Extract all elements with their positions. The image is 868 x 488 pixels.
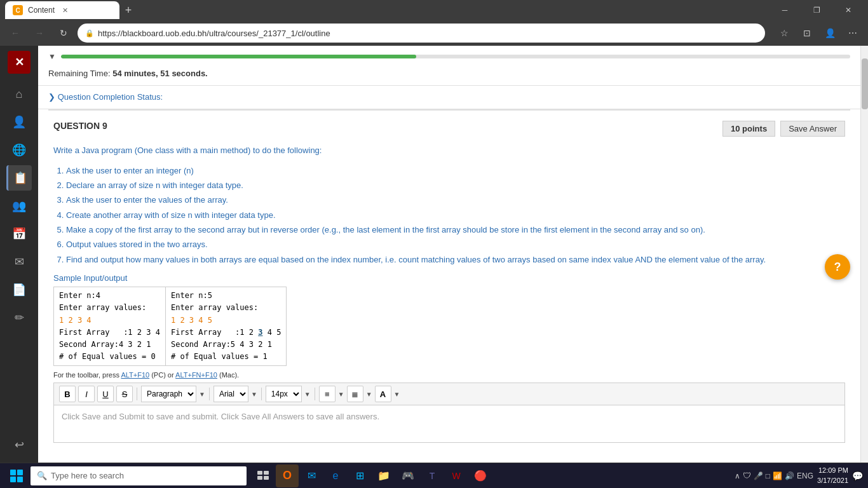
list-item: Output values stored in the two arrays. <box>66 237 845 252</box>
color-chevron-icon: ▼ <box>394 391 400 398</box>
ordered-list-button[interactable]: ≣ <box>347 386 363 402</box>
sidebar-x-icon: ✕ <box>15 55 24 69</box>
font-select[interactable]: Arial <box>214 386 248 402</box>
menu-icon[interactable]: ⋯ <box>843 23 863 43</box>
svg-rect-1 <box>264 471 269 475</box>
language-badge[interactable]: ENG <box>797 471 813 480</box>
tab-favicon: C <box>13 5 23 15</box>
toolbar-divider <box>137 388 137 400</box>
sidebar-item-home[interactable]: ⌂ <box>6 81 32 107</box>
sidebar-item-document[interactable]: 📄 <box>6 277 32 302</box>
browser-toolbar: ← → ↻ 🔒 https://blackboard.uob.edu.bh/ul… <box>0 20 868 46</box>
teams-icon[interactable]: T <box>421 464 444 487</box>
sidebar-item-profile[interactable]: 👤 <box>6 109 32 135</box>
minimize-button[interactable]: ─ <box>770 1 799 19</box>
alt-fn-f10-link[interactable]: ALT+FN+F10 <box>175 371 217 379</box>
toolbar-divider2 <box>209 388 210 400</box>
browser-tab[interactable]: C Content ✕ <box>5 1 119 19</box>
editor-toolbar: B I U S Paragraph ▼ Arial ▼ <box>53 383 845 405</box>
forward-button[interactable]: → <box>29 23 50 43</box>
taskview-button[interactable] <box>252 464 275 487</box>
sample-line: First Array :1 2 3 4 <box>59 327 160 339</box>
save-answer-button[interactable]: Save Answer <box>780 121 845 137</box>
strikethrough-button[interactable]: S <box>116 386 133 402</box>
sidebar-item-edit[interactable]: ✏ <box>6 305 32 330</box>
tray-volume-icon[interactable]: 🔊 <box>785 471 794 480</box>
tray-mic-icon[interactable]: 🎤 <box>754 471 763 480</box>
new-tab-button[interactable]: + <box>119 1 137 19</box>
close-button[interactable]: ✕ <box>834 1 863 19</box>
collection-icon[interactable]: ⊡ <box>797 23 817 43</box>
notification-icon[interactable]: 💬 <box>852 471 863 481</box>
mail-taskbar-icon[interactable]: ✉ <box>300 464 323 487</box>
list-item: Find and output how many values in both … <box>66 252 845 267</box>
store-icon[interactable]: ⊞ <box>348 464 371 487</box>
progress-fill <box>61 55 416 58</box>
calendar-icon: 📅 <box>12 227 26 241</box>
sample-line: Enter array values: <box>171 302 281 314</box>
files-icon[interactable]: 📁 <box>372 464 395 487</box>
start-button[interactable] <box>5 464 28 487</box>
tray-antivirus-icon[interactable]: 🛡 <box>743 471 751 480</box>
tab-close-button[interactable]: ✕ <box>60 5 70 15</box>
app10-icon[interactable]: 🔴 <box>469 464 492 487</box>
edge-icon[interactable]: e <box>324 464 347 487</box>
sample-line: # of Equal values = 0 <box>59 351 160 363</box>
tray-up-icon[interactable]: ∧ <box>735 471 740 480</box>
alt-f10-link[interactable]: ALT+F10 <box>121 371 149 379</box>
font-color-button[interactable]: A <box>375 386 391 402</box>
sidebar-item-calendar[interactable]: 📅 <box>6 221 32 247</box>
ul-chevron-icon: ▼ <box>338 391 344 398</box>
list-item: Ask the user to enter the values of the … <box>66 193 845 207</box>
sidebar-logo[interactable]: ✕ <box>8 51 31 74</box>
question-instruction: Write a Java program (One class with a m… <box>53 144 845 157</box>
address-bar[interactable]: 🔒 https://blackboard.uob.edu.bh/ultra/co… <box>78 24 765 43</box>
system-clock[interactable]: 12:09 PM 3/17/2021 <box>817 466 848 485</box>
office-icon[interactable]: O <box>276 464 299 487</box>
collapse-arrow-icon[interactable]: ▼ <box>48 52 56 61</box>
list-item: Create another array with of size n with… <box>66 208 845 222</box>
italic-button[interactable]: I <box>78 386 95 402</box>
url-text: https://blackboard.uob.edu.bh/ultra/cour… <box>98 29 757 38</box>
app7-icon[interactable]: 🎮 <box>397 464 419 487</box>
search-icon: 🔍 <box>37 471 47 480</box>
bold-button[interactable]: B <box>59 386 76 402</box>
tray-network-icon[interactable]: 📶 <box>773 471 782 480</box>
unordered-list-button[interactable]: ≡ <box>319 386 336 402</box>
editor-area[interactable]: Click Save and Submit to save and submit… <box>53 405 845 443</box>
sidebar-item-globe[interactable]: 🌐 <box>6 137 32 163</box>
paragraph-select[interactable]: Paragraph <box>141 386 196 402</box>
scrollbar[interactable] <box>860 46 868 463</box>
sample-line: Enter n:4 <box>59 290 160 302</box>
sample-line: Second Array:5 4 3 2 1 <box>171 339 281 351</box>
home-icon: ⌂ <box>16 88 23 101</box>
tab-title: Content <box>28 6 55 15</box>
underline-button[interactable]: U <box>97 386 114 402</box>
page-content: ▼ Remaining Time: 54 minutes, 51 seconds… <box>38 46 860 463</box>
maximize-button[interactable]: ❐ <box>802 1 831 19</box>
account-icon[interactable]: 👤 <box>820 23 840 43</box>
sidebar-item-notes[interactable]: 📋 <box>6 165 32 191</box>
timer-value: 54 minutes, 51 seconds. <box>112 69 208 78</box>
app9-icon[interactable]: W <box>445 464 468 487</box>
sample-col1-content: Enter n:4 Enter array values: 1 2 3 4 Fi… <box>59 290 160 363</box>
star-icon[interactable]: ☆ <box>774 23 794 43</box>
question-container: QUESTION 9 10 points Save Answer Write a… <box>38 111 860 453</box>
taskbar-search[interactable]: 🔍 Type here to search <box>31 466 247 485</box>
sidebar-item-group[interactable]: 👥 <box>6 193 32 219</box>
progress-bar <box>61 55 850 58</box>
sidebar-item-mail[interactable]: ✉ <box>6 249 32 274</box>
refresh-button[interactable]: ↻ <box>53 23 74 43</box>
completion-status-link[interactable]: ❯ Question Completion Status: <box>48 92 163 102</box>
sample-col2: Enter n:5 Enter array values: 1 2 3 4 5 … <box>165 287 286 366</box>
size-select[interactable]: 14px <box>266 386 302 402</box>
help-button[interactable]: ? <box>825 254 850 280</box>
font-chevron-icon: ▼ <box>251 391 257 398</box>
scrollbar-thumb[interactable] <box>862 58 868 109</box>
sidebar-item-back[interactable]: ↩ <box>6 432 32 458</box>
tray-display-icon[interactable]: □ <box>766 471 770 480</box>
back-button[interactable]: ← <box>5 23 25 43</box>
question-steps-list: Ask the user to enter an integer (n) Dec… <box>66 163 845 268</box>
document-icon: 📄 <box>12 283 26 297</box>
mail-icon: ✉ <box>15 255 24 269</box>
